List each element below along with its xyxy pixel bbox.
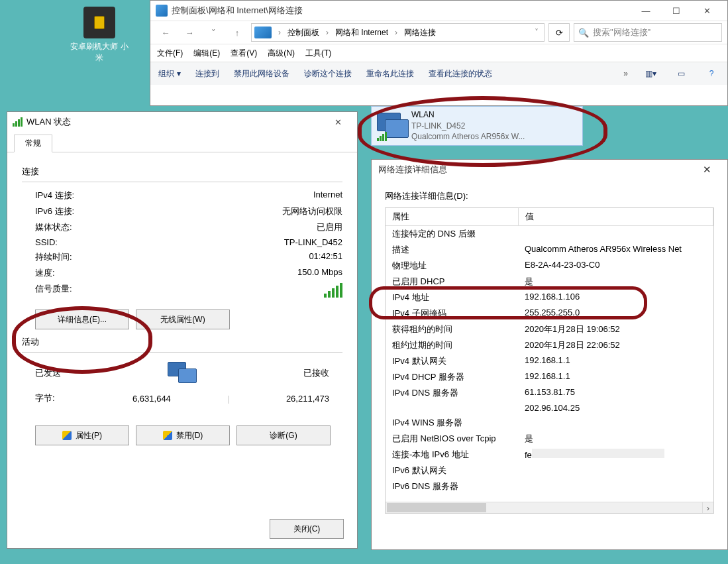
label-signal: 信号质量:: [35, 283, 121, 300]
menu-edit[interactable]: 编辑(E): [193, 48, 220, 59]
prop-key: IPv6 默认网关: [386, 463, 518, 479]
rename-button[interactable]: 重命名此连接: [366, 68, 414, 80]
prop-value: 192.168.1.1: [518, 353, 713, 369]
view-options-button[interactable]: ▥▾: [643, 66, 658, 82]
connect-button[interactable]: 连接到: [195, 68, 219, 80]
table-row[interactable]: 获得租约的时间2020年1月28日 19:06:52: [386, 321, 713, 337]
overflow-button[interactable]: »: [623, 69, 628, 78]
tab-general[interactable]: 常规: [14, 135, 52, 152]
wlan-title: WLAN 状态: [26, 116, 71, 128]
breadcrumb-item[interactable]: 控制面板: [285, 27, 322, 38]
organize-button[interactable]: 组织 ▾: [158, 68, 181, 80]
breadcrumb-item[interactable]: 网络和 Internet: [333, 27, 391, 38]
table-row[interactable]: IPv4 WINS 服务器: [386, 415, 713, 431]
search-input[interactable]: 🔍 搜索"网络连接": [574, 23, 722, 42]
menu-file[interactable]: 文件(F): [157, 48, 183, 59]
prop-key: 描述: [386, 242, 518, 258]
prop-value: 192.168.1.106: [518, 290, 713, 306]
prop-key: [386, 401, 518, 415]
minimize-button[interactable]: —: [631, 1, 661, 21]
value-media-state: 已启用: [317, 221, 342, 233]
explorer-window: 控制面板\网络和 Internet\网络连接 — ☐ ✕ ← → ˅ ↑ › 控…: [150, 0, 728, 106]
menu-view[interactable]: 查看(V): [231, 48, 257, 59]
table-row[interactable]: 连接-本地 IPv6 地址fe: [386, 447, 713, 463]
prop-value: Qualcomm Atheros AR956x Wireless Net: [518, 242, 713, 258]
prop-value: [518, 463, 713, 479]
section-connection: 连接: [22, 166, 342, 178]
search-placeholder: 搜索"网络连接": [593, 27, 650, 38]
table-row[interactable]: 202.96.104.25: [386, 401, 713, 415]
preview-pane-button[interactable]: ▭: [673, 66, 689, 82]
disable-device-button[interactable]: 禁用此网络设备: [234, 68, 289, 80]
desktop-shortcut[interactable]: 安卓刷机大师 小米: [70, 7, 129, 64]
prop-key: 连接特定的 DNS 后缀: [386, 226, 518, 243]
scroll-right-button[interactable]: ›: [702, 502, 713, 513]
prop-value: 61.153.81.75: [518, 385, 713, 401]
explorer-titlebar[interactable]: 控制面板\网络和 Internet\网络连接 — ☐ ✕: [150, 1, 727, 21]
table-row[interactable]: 物理地址E8-2A-44-23-03-C0: [386, 258, 713, 274]
table-row[interactable]: IPv6 默认网关: [386, 463, 713, 479]
diagnose-button[interactable]: 诊断这个连接: [304, 68, 352, 80]
section-activity: 活动: [22, 336, 342, 348]
close-button[interactable]: ✕: [324, 112, 352, 132]
column-value[interactable]: 值: [518, 208, 713, 226]
table-row[interactable]: IPv4 DNS 服务器61.153.81.75: [386, 385, 713, 401]
help-button[interactable]: ?: [703, 66, 719, 82]
table-row[interactable]: IPv4 DHCP 服务器192.168.1.1: [386, 369, 713, 385]
menu-advanced[interactable]: 高级(N): [268, 48, 295, 59]
wifi-icon: [13, 117, 23, 127]
table-row[interactable]: 租约过期的时间2020年1月28日 22:06:52: [386, 337, 713, 353]
disable-button[interactable]: 禁用(D): [136, 425, 230, 445]
column-property[interactable]: 属性: [386, 208, 518, 226]
label-ipv6-connectivity: IPv6 连接:: [35, 205, 121, 217]
close-dialog-button[interactable]: 关闭(C): [270, 519, 344, 539]
table-row[interactable]: 连接特定的 DNS 后缀: [386, 226, 713, 243]
chevron-right-icon: ›: [392, 28, 400, 37]
maximize-button[interactable]: ☐: [661, 1, 692, 21]
properties-button[interactable]: 属性(P): [35, 425, 129, 445]
table-row[interactable]: 已启用 DHCP是: [386, 274, 713, 290]
prop-key: 已启用 NetBIOS over Tcpip: [386, 431, 518, 447]
nav-up-button[interactable]: ↑: [227, 23, 247, 42]
divider: [22, 182, 342, 182]
label-received: 已接收: [303, 367, 329, 379]
details-table[interactable]: 属性 值 连接特定的 DNS 后缀描述Qualcomm Atheros AR95…: [385, 207, 714, 514]
prop-key: IPv4 WINS 服务器: [386, 415, 518, 431]
shield-icon: [163, 431, 172, 440]
chevron-down-icon: ▾: [177, 69, 181, 78]
breadcrumb-item[interactable]: 网络连接: [401, 27, 439, 38]
table-row[interactable]: 已启用 NetBIOS over Tcpip是: [386, 431, 713, 447]
refresh-button[interactable]: ⟳: [548, 23, 570, 42]
prop-key: 租约过期的时间: [386, 337, 518, 353]
table-row[interactable]: IPv4 地址192.168.1.106: [386, 290, 713, 306]
breadcrumb[interactable]: › 控制面板 › 网络和 Internet › 网络连接 ˅: [251, 23, 545, 42]
label-media-state: 媒体状态:: [35, 221, 121, 233]
table-row[interactable]: IPv6 DNS 服务器: [386, 479, 713, 494]
close-button[interactable]: ✕: [692, 1, 722, 21]
prop-key: 物理地址: [386, 258, 518, 274]
table-row[interactable]: 描述Qualcomm Atheros AR956x Wireless Net: [386, 242, 713, 258]
diagnose-button[interactable]: 诊断(G): [236, 425, 331, 445]
wlan-titlebar[interactable]: WLAN 状态 ✕: [7, 112, 357, 132]
signal-bars-icon: [324, 283, 342, 298]
nav-recent-button[interactable]: ˅: [203, 23, 223, 42]
scrollbar-thumb[interactable]: [387, 503, 486, 512]
label-ssid: SSID:: [35, 237, 121, 247]
prop-value: 192.168.1.1: [518, 369, 713, 385]
chevron-down-icon[interactable]: ˅: [532, 28, 541, 37]
view-status-button[interactable]: 查看此连接的状态: [429, 68, 492, 80]
table-row[interactable]: IPv4 子网掩码255.255.255.0: [386, 306, 713, 321]
close-button[interactable]: ✕: [693, 160, 721, 180]
wireless-properties-button[interactable]: 无线属性(W): [136, 310, 230, 329]
label-sent: 已发送: [35, 367, 61, 379]
network-adapter-item[interactable]: WLAN TP-LINK_D452 Qualcomm Atheros AR956…: [371, 106, 583, 146]
table-row[interactable]: IPv4 默认网关192.168.1.1: [386, 353, 713, 369]
nav-forward-button[interactable]: →: [180, 23, 199, 42]
lock-icon: [83, 7, 115, 38]
prop-value: 2020年1月28日 19:06:52: [518, 321, 713, 337]
nav-back-button[interactable]: ←: [156, 23, 176, 42]
horizontal-scrollbar[interactable]: ›: [386, 502, 713, 513]
details-button[interactable]: 详细信息(E)...: [35, 310, 129, 329]
menu-tools[interactable]: 工具(T): [305, 48, 331, 59]
signal-icon: [377, 132, 387, 141]
